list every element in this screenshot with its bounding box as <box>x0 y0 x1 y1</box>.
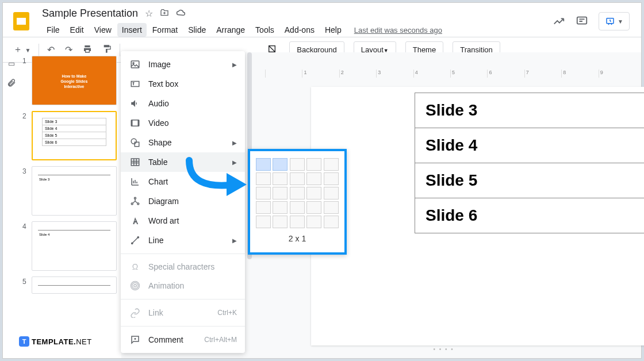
thumb-3[interactable]: Slide 3 <box>32 166 117 216</box>
svg-point-11 <box>131 139 136 144</box>
menu-item-link: LinkCtrl+K <box>121 303 245 322</box>
table-size-popup[interactable]: 2 x 1 <box>248 149 347 255</box>
grid-cell[interactable] <box>273 187 288 199</box>
menu-slide[interactable]: Slide <box>183 23 210 37</box>
svg-point-17 <box>132 243 133 244</box>
grid-cell[interactable] <box>306 201 321 214</box>
doc-title[interactable]: Sample Presentation <box>42 7 138 20</box>
grid-cell[interactable] <box>306 187 321 199</box>
grid-cell[interactable] <box>273 201 288 214</box>
menu-view[interactable]: View <box>90 23 116 37</box>
svg-point-15 <box>131 203 133 205</box>
comments-icon[interactable] <box>576 15 588 28</box>
insert-menu-dropdown: Image▶Text boxAudioVideoShape▶Table▶Char… <box>121 51 245 353</box>
grid-cell[interactable] <box>290 172 305 185</box>
table-row[interactable]: Slide 6 <box>415 198 644 233</box>
move-icon[interactable] <box>160 8 169 20</box>
menu-item-audio[interactable]: Audio <box>121 94 245 113</box>
slide-canvas[interactable]: Slide 3Slide 4Slide 5Slide 6 <box>311 87 644 345</box>
watermark: T TEMPLATE.NET <box>19 336 92 347</box>
menu-tools[interactable]: Tools <box>251 23 279 37</box>
menu-format[interactable]: Format <box>148 23 182 37</box>
ruler: 123456789 <box>265 70 635 78</box>
annotation-arrow <box>183 156 252 202</box>
svg-point-18 <box>137 237 139 238</box>
menu-edit[interactable]: Edit <box>66 23 89 37</box>
attachment-icon[interactable] <box>7 78 16 90</box>
svg-rect-13 <box>131 159 139 166</box>
table-row[interactable]: Slide 4 <box>415 128 644 163</box>
grid-cell[interactable] <box>256 216 271 228</box>
grid-cell[interactable] <box>324 201 339 214</box>
menu-item-animation: Animation <box>121 276 245 295</box>
table-row[interactable]: Slide 3 <box>415 93 644 128</box>
svg-rect-1 <box>17 18 26 25</box>
grid-cell[interactable] <box>256 201 271 214</box>
menu-item-special-characters: ΩSpecial characters <box>121 258 245 276</box>
grid-cell[interactable] <box>256 172 271 185</box>
menu-item-text-box[interactable]: Text box <box>121 74 245 94</box>
svg-rect-9 <box>131 120 132 126</box>
grid-cell[interactable] <box>273 172 288 185</box>
thumb-2[interactable]: Slide 3Slide 4Slide 5Slide 6 <box>32 111 117 160</box>
grid-cell[interactable] <box>273 158 288 171</box>
table-row[interactable]: Slide 5 <box>415 163 644 198</box>
menu-item-word-art[interactable]: Word art <box>121 211 245 231</box>
menu-item-comment[interactable]: CommentCtrl+Alt+M <box>121 330 245 350</box>
grid-cell[interactable] <box>324 158 339 171</box>
svg-point-19 <box>134 285 137 287</box>
grid-cell[interactable] <box>256 187 271 199</box>
chevron-down-icon: ▼ <box>618 18 623 25</box>
svg-point-14 <box>135 197 136 199</box>
svg-rect-10 <box>138 120 139 126</box>
slides-logo <box>10 10 33 33</box>
menu-help[interactable]: Help <box>320 23 346 37</box>
star-icon[interactable]: ☆ <box>145 8 153 19</box>
thumb-4[interactable]: Slide 4 <box>32 221 117 271</box>
menu-insert[interactable]: Insert <box>117 23 147 37</box>
filmstrip-icon[interactable]: ▭ <box>8 59 15 68</box>
grid-cell[interactable] <box>306 158 321 171</box>
cloud-icon[interactable] <box>176 9 186 19</box>
svg-point-6 <box>133 63 134 64</box>
grid-cell[interactable] <box>324 216 339 228</box>
grid-cell[interactable] <box>256 158 271 171</box>
slide-thumbnails: 1How to Make Google Slides Interactive 2… <box>20 52 121 358</box>
svg-point-16 <box>137 203 139 205</box>
menu-add-ons[interactable]: Add-ons <box>280 23 319 37</box>
grid-cell[interactable] <box>306 216 321 228</box>
grid-cell[interactable] <box>273 216 288 228</box>
menu-item-image[interactable]: Image▶ <box>121 55 245 74</box>
menu-file[interactable]: File <box>42 23 64 37</box>
menu-item-video[interactable]: Video <box>121 113 245 133</box>
grid-cell[interactable] <box>290 216 305 228</box>
thumb-1[interactable]: How to Make Google Slides Interactive <box>32 56 117 105</box>
svg-rect-12 <box>135 142 139 147</box>
trend-icon[interactable] <box>553 15 565 28</box>
grid-cell[interactable] <box>290 187 305 199</box>
last-edit[interactable]: Last edit was seconds ago <box>354 26 442 34</box>
menu-arrange[interactable]: Arrange <box>212 23 250 37</box>
grid-cell[interactable] <box>324 172 339 185</box>
grid-cell[interactable] <box>290 201 305 214</box>
thumb-5[interactable] <box>32 276 117 294</box>
grid-cell[interactable] <box>306 172 321 185</box>
present-button[interactable]: ▼ <box>599 12 630 30</box>
svg-point-20 <box>132 283 139 289</box>
drag-handle[interactable]: • • • • <box>433 346 454 352</box>
svg-rect-7 <box>131 82 139 87</box>
menu-item-line[interactable]: Line▶ <box>121 231 245 250</box>
svg-rect-2 <box>577 17 587 24</box>
grid-cell[interactable] <box>290 158 305 171</box>
grid-cell[interactable] <box>324 187 339 199</box>
menubar: FileEditViewInsertFormatSlideArrangeTool… <box>42 23 553 37</box>
menu-item-shape[interactable]: Shape▶ <box>121 133 245 152</box>
